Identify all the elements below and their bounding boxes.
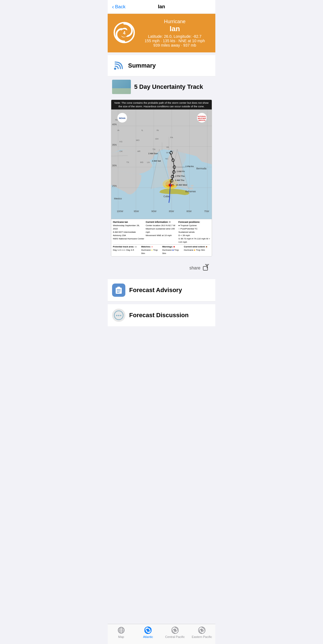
track-map-container[interactable]: Note: The cone contains the probable pat… [111, 100, 212, 256]
center-location: Center location 26.0 N 82.7 W [146, 224, 178, 227]
source-org: NWS National Hurricane Center [113, 237, 145, 241]
winds-label: Sustained winds: [178, 231, 210, 234]
chat-icon [114, 310, 124, 320]
chevron-left-icon: ‹ [112, 4, 114, 9]
svg-text:2 AM Sat: 2 AM Sat [152, 160, 161, 162]
d-label: D < 39 mph [178, 234, 210, 237]
svg-text:90W: 90W [151, 210, 157, 213]
storm-name: Ian [140, 25, 210, 33]
svg-text:×: × [172, 183, 174, 186]
page-title: Ian [158, 4, 165, 10]
svg-point-8 [191, 185, 194, 186]
share-button-icon[interactable] [203, 264, 210, 271]
share-row: share [108, 260, 215, 276]
rss-icon-wrap [112, 60, 124, 72]
svg-text:2 AM Thu: 2 AM Thu [175, 179, 184, 181]
svg-text:NATIONAL: NATIONAL [198, 115, 206, 117]
svg-text:S: S [174, 164, 175, 167]
svg-text:85W: 85W [169, 210, 174, 213]
svg-point-1 [114, 68, 116, 70]
legend-bottom: Potential track area: ▭ Day 1-3 ▭▭ Day 4… [113, 244, 210, 255]
summary-title: Summary [128, 62, 156, 69]
storm-coords: Latitude: 26.0, Longitude: -82.7 [140, 34, 210, 39]
svg-text:100W: 100W [117, 210, 123, 213]
share-label: share [189, 266, 200, 271]
map-note: Note: The cone contains the probable pat… [111, 100, 212, 109]
svg-text:80W: 80W [187, 210, 192, 213]
svg-text:Bahamas: Bahamas [186, 190, 196, 193]
storm-header: 4 Hurricane Ian Latitude: 26.0, Longitud… [108, 14, 215, 52]
svg-text:Bermuda: Bermuda [196, 167, 206, 170]
source-title: Hurricane Ian [113, 221, 128, 223]
svg-text:OK: OK [120, 150, 123, 153]
svg-text:95W: 95W [134, 210, 139, 213]
svg-text:Cuba: Cuba [163, 195, 169, 198]
svg-rect-93 [117, 287, 120, 288]
svg-text:TN: TN [152, 148, 155, 151]
svg-point-99 [118, 315, 120, 316]
forecast-title: Forecast positions: [178, 221, 200, 223]
svg-text:M: M [172, 174, 173, 176]
storm-distance: 939 miles away · 937 mb [140, 43, 210, 47]
max-wind: Maximum sustained wind 155 mph [146, 227, 178, 234]
movement: Movement NNE at 10 mph [146, 234, 178, 237]
svg-text:30N: 30N [112, 164, 117, 167]
discussion-section[interactable]: Forecast Discussion [108, 304, 215, 326]
svg-text:AR: AR [137, 150, 140, 153]
summary-section: Summary [108, 55, 215, 76]
storm-info: Hurricane Ian Latitude: 26.0, Longitude:… [140, 19, 210, 47]
rss-icon [113, 61, 123, 71]
svg-text:KS: KS [120, 140, 123, 143]
svg-text:40N: 40N [112, 123, 117, 125]
svg-text:OH: OH [155, 138, 158, 140]
svg-text:MO: MO [136, 139, 140, 141]
svg-text:2 AM Sun: 2 AM Sun [148, 152, 158, 155]
track-thumbnail[interactable] [112, 80, 131, 94]
track-map-svg: 40N 35N 30N 25N 100W 95W 90W 85W 80W 75W… [111, 109, 212, 219]
source-date: Wednesday September 28, 2022 [113, 224, 145, 231]
track-section: 5 Day Uncertainty Track Note: The cone c… [108, 76, 215, 276]
advisory-icon [112, 284, 125, 297]
advisory-section[interactable]: Forecast Advisory [108, 279, 215, 301]
svg-text:IL: IL [141, 129, 143, 131]
svg-text:2 AM Fri: 2 AM Fri [177, 170, 185, 172]
svg-text:IN: IN [157, 129, 159, 131]
svg-text:Mexico: Mexico [114, 197, 122, 200]
storm-type: Hurricane [140, 19, 210, 25]
back-label: Back [115, 4, 126, 10]
svg-text:H: H [171, 178, 173, 180]
svg-text:MS: MS [140, 161, 143, 164]
svg-text:IA: IA [117, 129, 120, 131]
svg-text:S: S [173, 169, 174, 172]
svg-text:NOAA: NOAA [119, 117, 126, 119]
discussion-icon [112, 309, 125, 322]
clipboard-icon [115, 286, 123, 294]
share-icon[interactable] [203, 264, 210, 272]
svg-text:35N: 35N [112, 143, 117, 146]
back-button[interactable]: ‹ Back [112, 4, 125, 10]
discussion-title: Forecast Discussion [129, 312, 189, 319]
s-label: S 39-73 mph H 74-110 mph M > 110 mph [178, 237, 210, 244]
advisory-title: Forecast Advisory [129, 287, 182, 294]
track-header-row: 5 Day Uncertainty Track [108, 76, 215, 97]
potential-label: ○ Post/Potential TC [178, 227, 210, 231]
svg-text:25N: 25N [112, 185, 117, 187]
svg-text:D: D [172, 157, 174, 160]
source-time: 8 AM EDT Intermediate Advisory 23A [113, 231, 145, 237]
svg-text:75W: 75W [204, 210, 209, 213]
svg-text:TX: TX [126, 161, 129, 164]
svg-text:NC: NC [165, 157, 169, 160]
svg-text:SERVICE: SERVICE [198, 119, 205, 121]
storm-speeds: 155 mph · 135 kts · NNE at 10 mph [140, 39, 210, 43]
svg-text:D: D [170, 150, 172, 153]
category-badge: 4 [120, 29, 128, 37]
summary-header: Summary [108, 55, 215, 76]
nav-bar: ‹ Back Ian [108, 0, 215, 14]
tc-label: ● Tropical Cyclone [178, 224, 210, 227]
svg-text:PA: PA [170, 136, 173, 139]
storm-icon-wrap: 4 [113, 22, 135, 45]
map-legend: Hurricane Ian Wednesday September 28, 20… [111, 219, 212, 256]
svg-text:VA: VA [166, 146, 169, 148]
track-title: 5 Day Uncertainty Track [134, 83, 203, 90]
svg-point-100 [120, 315, 121, 316]
